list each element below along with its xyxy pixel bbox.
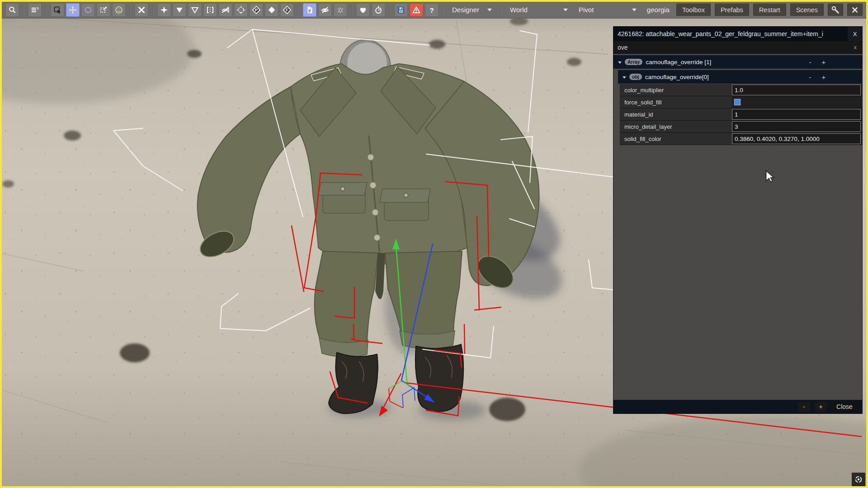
scale-icon — [99, 5, 108, 14]
delete-button[interactable] — [135, 3, 148, 17]
type-badge-obj: obj — [629, 74, 642, 80]
search-button[interactable] — [5, 3, 19, 17]
orbit-icon — [854, 475, 863, 484]
question-icon: ? — [427, 5, 436, 14]
solid-fill-color-input[interactable] — [732, 133, 861, 144]
close-x-icon — [851, 6, 859, 14]
main-toolbar: s — [2, 1, 866, 19]
prefabs-button[interactable]: Prefabs — [715, 4, 749, 16]
eye-hidden-icon — [321, 5, 330, 14]
chevron-down-icon — [618, 61, 622, 64]
snap-button[interactable] — [157, 3, 171, 17]
crosshair-icon — [236, 5, 245, 14]
document-button[interactable] — [303, 3, 316, 17]
save-button[interactable] — [394, 3, 408, 17]
search-clear-icon[interactable]: x — [849, 44, 863, 51]
toolbar-separator — [23, 4, 24, 16]
property-row-solid-fill-color: solid_fill_color — [620, 133, 862, 145]
diamond-button[interactable] — [265, 3, 278, 17]
footer-add-button[interactable]: + — [815, 402, 827, 412]
toolbar-separator — [130, 4, 131, 16]
force-solid-fill-checkbox[interactable] — [734, 99, 741, 105]
application-window: s — [0, 0, 868, 488]
object-header-camouflage-override-0[interactable]: obj camouflage_override[0] - + — [618, 70, 862, 84]
mirror-button[interactable] — [203, 3, 217, 17]
toolbar-separator — [443, 4, 443, 16]
scale-tool-button[interactable] — [97, 3, 110, 17]
username-label: georgia — [647, 6, 670, 14]
world-dropdown-label: World — [510, 6, 528, 14]
rotate-icon — [84, 5, 93, 14]
toolbar-right-group: georgia Toolbox Prefabs Restart Scenes — [647, 4, 863, 16]
property-label: material_id — [620, 108, 732, 120]
material-id-input[interactable] — [732, 109, 861, 120]
chevron-down-icon — [563, 9, 568, 11]
inspector-empty-area — [613, 145, 862, 400]
footer-close-button[interactable]: Close — [831, 402, 858, 412]
svg-text:s: s — [37, 5, 38, 10]
surface-snap-button[interactable] — [112, 3, 126, 17]
property-search-input[interactable] — [613, 44, 849, 51]
toolbar-separator — [152, 4, 153, 16]
drop-outline-button[interactable] — [188, 3, 202, 17]
svg-text:?: ? — [429, 6, 434, 14]
color-multiplier-input[interactable] — [732, 84, 861, 95]
inspector-footer: - + Close — [613, 400, 862, 413]
triangle-down-filled-icon — [175, 5, 184, 14]
sort-list-button[interactable]: s — [28, 3, 42, 17]
inspector-close-button[interactable]: X — [848, 27, 862, 41]
warnings-button[interactable] — [410, 3, 423, 17]
drop-down-button[interactable] — [173, 3, 186, 17]
select-tool-button[interactable] — [51, 3, 64, 17]
pivot-dropdown[interactable]: Pivot — [574, 3, 641, 17]
property-row-micro-detail-layer: micro_detail_layer — [620, 121, 862, 133]
chevron-down-icon — [487, 9, 492, 11]
stopwatch-icon — [374, 5, 383, 14]
footer-remove-button[interactable]: - — [798, 402, 810, 412]
property-label: micro_detail_layer — [620, 121, 732, 132]
entity-inspector-panel: 4261682: attachable_wear_pants_02_ger_fe… — [613, 26, 863, 414]
target-button[interactable] — [234, 3, 248, 17]
search-icon — [8, 5, 17, 14]
array-remove-button[interactable]: - — [803, 58, 817, 66]
smiley-icon — [114, 5, 123, 14]
prefab-p-button[interactable]: P — [250, 3, 263, 17]
history-button[interactable] — [372, 3, 385, 17]
settings-button[interactable] — [828, 4, 843, 16]
restart-button[interactable]: Restart — [753, 4, 786, 16]
world-dropdown[interactable]: World — [505, 3, 572, 17]
array-add-button[interactable]: + — [817, 58, 830, 66]
hide-objects-button[interactable] — [318, 3, 332, 17]
mode-dropdown[interactable]: Designer — [448, 3, 496, 17]
property-label: solid_fill_color — [620, 133, 732, 145]
help-button[interactable]: ? — [425, 3, 439, 17]
exit-button[interactable] — [847, 4, 863, 16]
micro-detail-layer-input[interactable] — [732, 121, 861, 132]
scenes-button[interactable]: Scenes — [790, 4, 824, 16]
prefab-f-button[interactable]: F — [280, 3, 294, 17]
orbit-indicator-button[interactable] — [852, 473, 865, 486]
object-add-button[interactable]: + — [817, 73, 830, 81]
move-tool-button[interactable] — [66, 3, 80, 17]
property-rows: color_multiplier force_solid_fill materi… — [620, 84, 862, 145]
toolbox-button[interactable]: Toolbox — [676, 4, 711, 16]
toolbar-separator — [500, 4, 501, 16]
property-row-force-solid-fill: force_solid_fill — [620, 96, 862, 108]
svg-text:F: F — [286, 7, 288, 12]
hide-fish-button[interactable] — [219, 3, 232, 17]
prefab-p-diamond-icon: P — [252, 5, 261, 14]
show-objects-button[interactable] — [334, 3, 347, 17]
favorites-button[interactable] — [356, 3, 370, 17]
select-cursor-icon — [53, 5, 62, 14]
wrench-icon — [831, 5, 840, 14]
array-header-camouflage-override[interactable]: Array camouflage_override [1] - + — [613, 55, 862, 69]
list-sort-icon: s — [30, 5, 39, 14]
inspector-search-row: x — [613, 41, 862, 54]
inspector-title: 4261682: attachable_wear_pants_02_ger_fe… — [613, 30, 848, 38]
snap-star-icon — [160, 5, 169, 14]
object-remove-button[interactable]: - — [803, 73, 817, 81]
heart-icon — [359, 5, 368, 14]
pivot-dropdown-label: Pivot — [579, 6, 594, 14]
rotate-tool-button[interactable] — [81, 3, 95, 17]
document-icon — [305, 5, 314, 14]
